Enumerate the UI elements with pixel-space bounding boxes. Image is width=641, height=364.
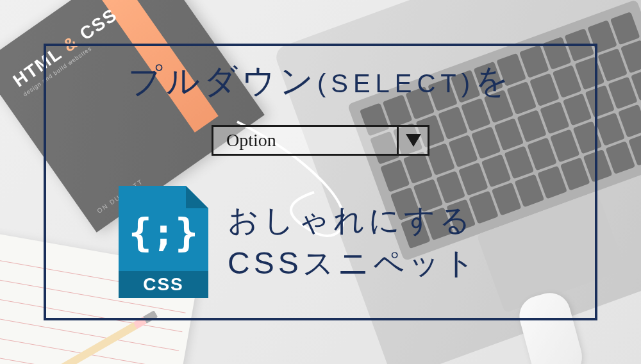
title-line-1: プルダウン(SELECT)を: [0, 59, 641, 104]
bottom-line-2: CSSスニペット: [228, 242, 479, 285]
select-option-text: Option: [213, 127, 397, 154]
title-suffix: を: [475, 62, 513, 99]
file-fold-corner: [186, 186, 208, 208]
title-select: (SELECT): [317, 69, 475, 97]
file-shape: {;} CSS: [119, 186, 208, 298]
bottom-text: おしゃれにする CSSスニペット: [228, 199, 479, 285]
chevron-down-icon: [406, 134, 421, 147]
select-arrow-area: [397, 127, 428, 154]
css-file-icon: {;} CSS: [119, 186, 208, 298]
css-label: CSS: [119, 271, 208, 298]
title-main: プルダウン: [128, 62, 317, 99]
select-mockup: Option: [212, 125, 429, 156]
bottom-line-1: おしゃれにする: [228, 199, 479, 242]
braces-icon: {;}: [119, 210, 208, 255]
